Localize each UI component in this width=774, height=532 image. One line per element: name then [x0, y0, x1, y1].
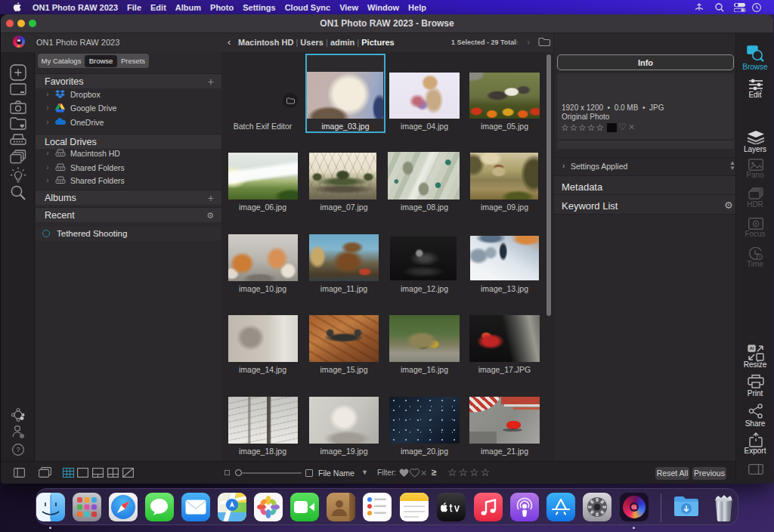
svg-text:AI: AI — [750, 346, 754, 351]
svg-text:?: ? — [16, 446, 20, 453]
